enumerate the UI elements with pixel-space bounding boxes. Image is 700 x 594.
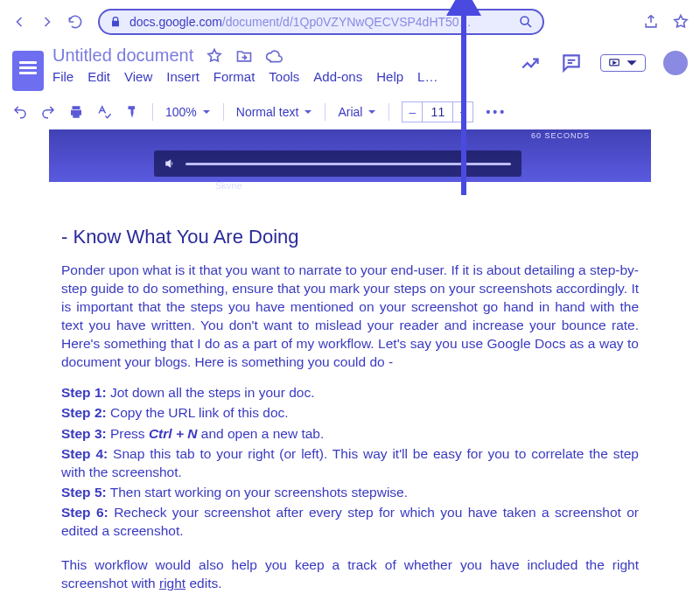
browser-toolbar: docs.google.com/document/d/1Qp0VZYNwQECV… bbox=[0, 0, 700, 42]
outro-paragraph: This workflow would also help you keep a… bbox=[61, 556, 639, 592]
docs-toolbar: 100% Normal text Arial – 11 + ••• bbox=[0, 94, 700, 129]
search-in-page-icon[interactable] bbox=[518, 14, 534, 30]
paragraph-style-select[interactable]: Normal text bbox=[236, 105, 313, 119]
star-icon[interactable] bbox=[672, 13, 690, 31]
step-5: Step 5: Then start working on your scree… bbox=[61, 483, 639, 501]
menu-insert[interactable]: Insert bbox=[166, 69, 200, 84]
menu-help[interactable]: Help bbox=[376, 69, 403, 84]
step-4: Step 4: Snap this tab to your right (or … bbox=[61, 444, 639, 481]
present-button[interactable] bbox=[600, 54, 646, 72]
section-heading: - Know What You Are Doing bbox=[61, 224, 639, 250]
print-icon[interactable] bbox=[68, 104, 84, 120]
step-6: Step 6: Recheck your screenshot after ev… bbox=[61, 503, 639, 540]
forward-icon[interactable] bbox=[38, 13, 56, 31]
undo-icon[interactable] bbox=[12, 104, 28, 120]
back-icon[interactable] bbox=[10, 13, 28, 31]
document-canvas[interactable]: 60 SECONDS Skvne - Know What You Are Doi… bbox=[0, 129, 700, 594]
cloud-status-icon[interactable] bbox=[265, 48, 283, 64]
video-progress[interactable] bbox=[186, 163, 511, 165]
volume-icon[interactable] bbox=[164, 158, 175, 169]
address-bar[interactable]: docs.google.com/document/d/1Qp0VZYNwQECV… bbox=[98, 9, 544, 35]
star-outline-icon[interactable] bbox=[206, 48, 223, 64]
video-caption-text: Skvne bbox=[215, 180, 242, 191]
font-size-increase[interactable]: + bbox=[452, 101, 473, 122]
step-1: Step 1: Jot down all the steps in your d… bbox=[61, 383, 639, 402]
video-controls[interactable] bbox=[154, 150, 522, 177]
document-title[interactable]: Untitled document bbox=[52, 45, 193, 66]
menu-view[interactable]: View bbox=[124, 69, 152, 84]
redo-icon[interactable] bbox=[40, 104, 56, 120]
font-select[interactable]: Arial bbox=[338, 105, 376, 119]
menu-tools[interactable]: Tools bbox=[269, 69, 299, 84]
spellcheck-icon[interactable] bbox=[96, 104, 112, 120]
step-2: Step 2: Copy the URL link of this doc. bbox=[61, 403, 639, 422]
font-size-value[interactable]: 11 bbox=[423, 101, 452, 122]
video-overlay-text: 60 SECONDS bbox=[531, 131, 590, 140]
move-folder-icon[interactable] bbox=[235, 48, 253, 64]
font-size-decrease[interactable]: – bbox=[402, 101, 423, 122]
paint-format-icon[interactable] bbox=[124, 104, 140, 120]
step-3: Step 3: Press Ctrl + N and open a new ta… bbox=[61, 424, 639, 443]
menu-last-edit[interactable]: L… bbox=[417, 69, 438, 84]
menu-file[interactable]: File bbox=[52, 69, 74, 84]
avatar[interactable] bbox=[663, 51, 688, 75]
menu-addons[interactable]: Add-ons bbox=[313, 69, 362, 84]
trend-history-icon[interactable] bbox=[520, 52, 542, 73]
document-body[interactable]: - Know What You Are Doing Ponder upon wh… bbox=[0, 224, 700, 592]
lock-icon bbox=[108, 15, 122, 29]
docs-logo-icon[interactable] bbox=[12, 51, 44, 91]
menu-format[interactable]: Format bbox=[214, 69, 256, 84]
toolbar-more-icon[interactable]: ••• bbox=[486, 105, 507, 119]
menu-edit[interactable]: Edit bbox=[88, 69, 110, 84]
docs-header: Untitled document File Edit View Insert … bbox=[0, 42, 700, 91]
reload-icon[interactable] bbox=[66, 13, 84, 31]
menu-bar: File Edit View Insert Format Tools Add-o… bbox=[52, 69, 438, 84]
share-icon[interactable] bbox=[642, 13, 660, 31]
embedded-video[interactable]: 60 SECONDS Skvne bbox=[49, 129, 651, 182]
steps-list: Step 1: Jot down all the steps in your d… bbox=[61, 383, 639, 540]
comments-icon[interactable] bbox=[560, 52, 583, 73]
zoom-select[interactable]: 100% bbox=[165, 105, 211, 119]
font-size-stepper: – 11 + bbox=[402, 101, 473, 122]
svg-point-0 bbox=[521, 17, 528, 24]
url-text: docs.google.com/document/d/1Qp0VZYNwQECV… bbox=[130, 15, 472, 29]
intro-paragraph: Ponder upon what is it that you want to … bbox=[61, 261, 639, 371]
